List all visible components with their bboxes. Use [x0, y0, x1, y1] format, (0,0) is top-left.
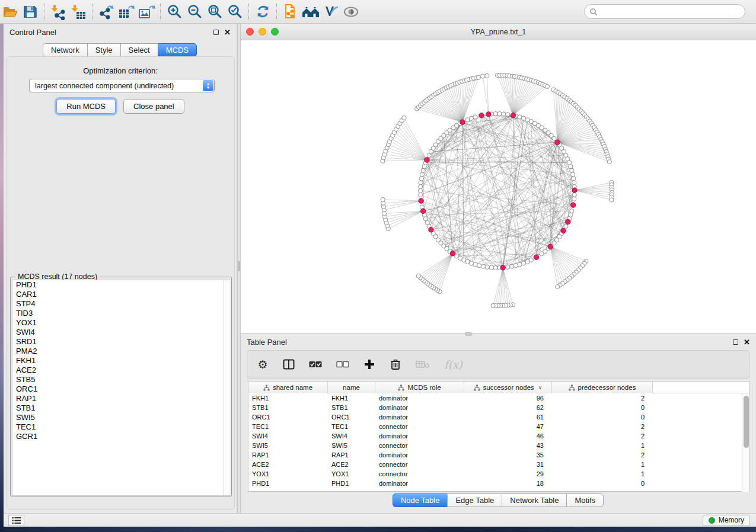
cell-name: SWI4 — [328, 431, 375, 441]
label-visibility-icon[interactable] — [321, 3, 341, 21]
add-column-icon[interactable] — [363, 359, 375, 370]
sort-desc-icon: ∨ — [538, 384, 543, 390]
node-table: shared namenameMCDS rolesuccessor nodes∨… — [248, 381, 750, 492]
export-table-icon[interactable] — [116, 3, 136, 21]
mcds-result-item[interactable]: TEC1 — [12, 422, 231, 432]
table-row[interactable]: ORC1ORC1dominator610 — [248, 412, 749, 422]
table-row[interactable]: TEC1TEC1connector472 — [248, 422, 749, 431]
mcds-result-item[interactable]: SRD1 — [12, 337, 231, 347]
table-row[interactable]: YOX1YOX1connector291 — [248, 469, 749, 479]
cell-predecessor_nodes: 2 — [552, 431, 653, 441]
table-row[interactable]: ACE2ACE2connector311 — [248, 460, 749, 469]
column-header-MCDS-role[interactable]: MCDS role — [375, 382, 464, 393]
splitter-grip[interactable] — [238, 261, 240, 271]
mcds-result-item[interactable]: SWI4 — [12, 328, 231, 337]
control-panel-header: Control Panel ✕ — [4, 24, 237, 40]
horizontal-splitter-grip[interactable] — [465, 332, 472, 336]
share-document-icon[interactable] — [280, 3, 301, 21]
mcds-result-item[interactable]: FKH1 — [12, 356, 231, 366]
table-row[interactable]: SWI4SWI4dominator462 — [248, 431, 749, 441]
cell-successor_nodes: 35 — [464, 450, 552, 460]
close-panel-icon[interactable]: ✕ — [224, 30, 231, 35]
tab-network[interactable]: Network — [43, 43, 88, 57]
home-icon[interactable] — [301, 3, 321, 21]
task-history-button[interactable] — [8, 515, 24, 526]
memory-button[interactable]: Memory — [703, 515, 750, 526]
table-row[interactable]: STB1STB1dominator620 — [248, 403, 749, 412]
mcds-tab-content: Optimization criterion: largest connecte… — [6, 56, 235, 510]
refresh-view-icon[interactable] — [253, 3, 273, 21]
column-header-name[interactable]: name — [328, 382, 375, 393]
search-input[interactable] — [601, 8, 745, 16]
mcds-result-item[interactable]: GCR1 — [12, 432, 231, 441]
mcds-result-item[interactable]: ORC1 — [12, 384, 231, 394]
mcds-result-item[interactable]: STB5 — [12, 375, 231, 384]
close-table-panel-icon[interactable]: ✕ — [744, 339, 750, 345]
mcds-result-item[interactable]: PHD1 — [12, 280, 231, 290]
mcds-result-list[interactable]: PHD1CAR1STP4TID3YOX1SWI4SRD1PMA2FKH1ACE2… — [12, 280, 231, 496]
save-session-icon[interactable] — [20, 3, 40, 21]
zoom-selected-icon[interactable] — [225, 3, 245, 21]
function-builder-icon: f(x) — [444, 358, 462, 371]
mcds-result-item[interactable]: CAR1 — [12, 290, 231, 299]
node-table-header: shared namenameMCDS rolesuccessor nodes∨… — [248, 382, 749, 393]
control-panel-title: Control Panel — [9, 28, 56, 37]
tab-mcds[interactable]: MCDS — [158, 43, 197, 57]
mcds-result-item[interactable]: ACE2 — [12, 366, 231, 375]
export-network-icon[interactable] — [96, 3, 116, 21]
cell-shared_name: ORC1 — [248, 412, 328, 422]
table-row[interactable]: RAP1RAP1dominator352 — [248, 450, 749, 460]
tab-motifs[interactable]: Motifs — [566, 493, 604, 507]
cell-name: TEC1 — [328, 422, 375, 431]
table-row[interactable]: FKH1FKH1dominator962 — [248, 393, 749, 403]
open-file-icon[interactable] — [0, 3, 20, 21]
tab-network-table[interactable]: Network Table — [502, 493, 567, 507]
table-panel: Table Panel ✕ ⚙ f(x) shared namenameMCDS… — [241, 333, 756, 513]
column-header-predecessor-nodes[interactable]: predecessor nodes — [552, 382, 653, 393]
mcds-result-item[interactable]: SWI5 — [12, 413, 231, 422]
tab-style[interactable]: Style — [87, 43, 121, 57]
status-bar: Memory — [4, 513, 756, 527]
criterion-dropdown[interactable]: largest connected component (undirected)… — [29, 79, 215, 92]
network-canvas[interactable] — [241, 40, 756, 332]
float-table-panel-icon[interactable] — [733, 339, 738, 345]
close-panel-button[interactable]: Close panel — [123, 99, 184, 114]
mcds-result-item[interactable]: STB1 — [12, 403, 231, 413]
tab-select[interactable]: Select — [120, 43, 158, 57]
deselect-all-columns-icon[interactable] — [336, 361, 349, 368]
mcds-result-item[interactable]: YOX1 — [12, 318, 231, 328]
delete-column-icon[interactable] — [390, 358, 401, 370]
run-mcds-button[interactable]: Run MCDS — [56, 99, 116, 114]
network-graph[interactable] — [241, 40, 756, 332]
search-box[interactable] — [584, 4, 745, 19]
mcds-result-item[interactable]: STP4 — [12, 299, 231, 309]
table-row[interactable]: PHD1PHD1dominator180 — [248, 479, 749, 488]
table-scrollbar[interactable] — [742, 393, 749, 492]
control-panel: Control Panel ✕ NetworkStyleSelectMCDS O… — [4, 24, 237, 513]
export-image-icon[interactable] — [136, 3, 157, 21]
column-header-successor-nodes[interactable]: successor nodes∨ — [464, 382, 552, 393]
import-table-icon[interactable] — [68, 3, 88, 21]
table-options-gear-icon[interactable]: ⚙ — [257, 358, 269, 371]
cell-shared_name: STB1 — [248, 403, 328, 412]
float-panel-icon[interactable] — [213, 30, 219, 35]
table-row[interactable]: SWI5SWI5connector431 — [248, 441, 749, 450]
import-network-icon[interactable] — [48, 3, 68, 21]
mcds-result-item[interactable]: RAP1 — [12, 394, 231, 403]
eye-hidden-icon[interactable] — [341, 3, 361, 21]
column-header-shared-name[interactable]: shared name — [248, 382, 328, 393]
mcds-result-item[interactable]: PMA2 — [12, 347, 231, 356]
cell-name: SWI5 — [328, 441, 375, 450]
select-all-columns-icon[interactable] — [309, 361, 322, 368]
tab-edge-table[interactable]: Edge Table — [447, 493, 502, 507]
table-scrollbar-thumb[interactable] — [744, 396, 749, 448]
mcds-list-scrollbar[interactable] — [223, 280, 231, 495]
tab-node-table[interactable]: Node Table — [393, 493, 448, 507]
network-window-titlebar[interactable]: YPA_prune.txt_1 — [241, 24, 756, 40]
mcds-result-item[interactable]: TID3 — [12, 309, 231, 318]
zoom-out-icon[interactable] — [184, 3, 205, 21]
cell-successor_nodes: 31 — [464, 460, 552, 469]
show-columns-icon[interactable] — [283, 359, 295, 370]
zoom-fit-icon[interactable] — [205, 3, 225, 21]
zoom-in-icon[interactable] — [164, 3, 184, 21]
